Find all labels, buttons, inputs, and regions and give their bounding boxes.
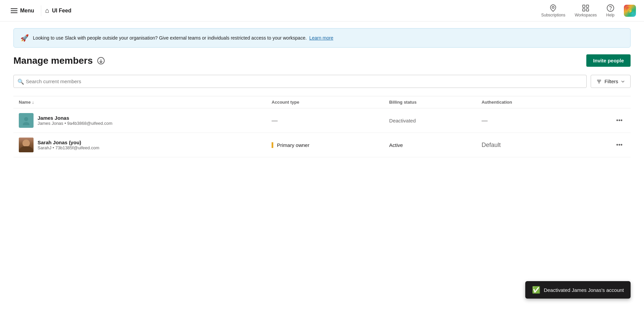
member-sub: James Jonas • 9a4b3868@uifeed.com bbox=[38, 121, 112, 126]
col-header-actions bbox=[576, 96, 631, 108]
authentication-value: Default bbox=[482, 142, 501, 148]
search-input[interactable] bbox=[13, 75, 587, 88]
member-info: James Jonas James Jonas • 9a4b3868@uifee… bbox=[38, 115, 112, 126]
authentication-value: — bbox=[482, 117, 488, 124]
avatar bbox=[19, 138, 34, 152]
page-title-area: Manage members bbox=[13, 55, 105, 66]
help-label: Help bbox=[606, 13, 614, 17]
search-wrap: 🔍 bbox=[13, 75, 587, 88]
authentication-cell: — bbox=[476, 108, 576, 133]
download-button[interactable] bbox=[97, 57, 105, 65]
topnav-left: Menu ⌂ UI Feed bbox=[8, 5, 536, 16]
table-row: Sarah Jonas (you) SarahJ • 73b1385f@uife… bbox=[13, 133, 631, 157]
search-row: 🔍 Filters bbox=[13, 75, 631, 88]
more-options-button[interactable]: ••• bbox=[613, 140, 625, 150]
svg-rect-0 bbox=[11, 8, 17, 9]
account-type-cell: — bbox=[266, 108, 384, 133]
table-header: Name ↓ Account type Billing status Authe… bbox=[13, 96, 631, 108]
billing-status-cell: Active bbox=[384, 133, 476, 157]
members-tbody: James Jonas James Jonas • 9a4b3868@uifee… bbox=[13, 108, 631, 157]
banner-message: Looking to use Slack with people outside… bbox=[33, 35, 307, 41]
svg-rect-2 bbox=[11, 12, 17, 13]
page-title: Manage members bbox=[13, 55, 93, 66]
chevron-down-icon bbox=[621, 80, 625, 84]
search-icon: 🔍 bbox=[17, 78, 24, 85]
member-name: James Jonas bbox=[38, 115, 112, 121]
menu-label: Menu bbox=[20, 8, 34, 14]
svg-rect-5 bbox=[586, 5, 589, 7]
col-header-name[interactable]: Name ↓ bbox=[13, 96, 266, 108]
filters-label: Filters bbox=[604, 79, 618, 84]
page-header: Manage members Invite people bbox=[13, 54, 631, 67]
svg-rect-4 bbox=[583, 5, 585, 7]
topnav: Menu ⌂ UI Feed Subscriptions Workspaces bbox=[0, 0, 644, 21]
svg-point-9 bbox=[610, 9, 610, 10]
help-nav[interactable]: Help bbox=[606, 4, 614, 17]
sort-arrow-icon: ↓ bbox=[32, 100, 34, 105]
svg-rect-1 bbox=[11, 10, 17, 11]
member-sub: SarahJ • 73b1385f@uifeed.com bbox=[38, 145, 99, 150]
home-icon: ⌂ bbox=[45, 7, 49, 14]
filters-button[interactable]: Filters bbox=[591, 75, 631, 88]
learn-more-link[interactable]: Learn more bbox=[309, 35, 333, 41]
download-icon bbox=[97, 57, 105, 65]
members-table: Name ↓ Account type Billing status Authe… bbox=[13, 96, 631, 157]
launch-icon[interactable]: ⚡ bbox=[624, 5, 636, 17]
svg-point-17 bbox=[23, 122, 30, 125]
launch-app-icon: ⚡ bbox=[626, 7, 634, 14]
rocket-icon: 🚀 bbox=[20, 34, 29, 42]
member-cell: Sarah Jonas (you) SarahJ • 73b1385f@uife… bbox=[19, 138, 261, 152]
svg-rect-7 bbox=[586, 9, 589, 11]
col-header-authentication: Authentication bbox=[476, 96, 576, 108]
svg-rect-6 bbox=[583, 9, 585, 11]
account-type-cell: ▌Primary owner bbox=[266, 133, 384, 157]
subscriptions-icon bbox=[549, 4, 557, 12]
billing-status-value: Active bbox=[389, 142, 403, 148]
banner-text: Looking to use Slack with people outside… bbox=[33, 35, 333, 41]
workspaces-nav[interactable]: Workspaces bbox=[575, 4, 597, 17]
authentication-cell: Default bbox=[476, 133, 576, 157]
external-teams-banner: 🚀 Looking to use Slack with people outsi… bbox=[13, 28, 631, 48]
brand-link[interactable]: ⌂ UI Feed bbox=[45, 7, 71, 14]
topnav-right: Subscriptions Workspaces Help bbox=[541, 4, 636, 17]
subscriptions-label: Subscriptions bbox=[541, 13, 565, 17]
brand-title: UI Feed bbox=[52, 8, 71, 14]
more-options-button[interactable]: ••• bbox=[613, 116, 625, 125]
nav-divider bbox=[41, 5, 41, 16]
hamburger-icon bbox=[11, 7, 17, 14]
primary-owner-badge: ▌Primary owner bbox=[272, 142, 379, 148]
crown-icon: ▌ bbox=[272, 142, 275, 148]
billing-status-cell: Deactivated bbox=[384, 108, 476, 133]
svg-point-3 bbox=[552, 6, 554, 8]
workspaces-label: Workspaces bbox=[575, 13, 597, 17]
actions-cell: ••• bbox=[576, 108, 631, 133]
account-type-value: — bbox=[272, 117, 278, 124]
svg-text:⚡: ⚡ bbox=[628, 8, 633, 13]
menu-button[interactable]: Menu bbox=[8, 6, 37, 15]
billing-status-value: Deactivated bbox=[389, 118, 416, 123]
avatar bbox=[19, 113, 34, 128]
help-icon bbox=[606, 4, 614, 12]
svg-point-16 bbox=[24, 117, 28, 121]
workspaces-icon bbox=[582, 4, 590, 12]
col-header-billing-status: Billing status bbox=[384, 96, 476, 108]
invite-people-button[interactable]: Invite people bbox=[586, 54, 631, 67]
subscriptions-nav[interactable]: Subscriptions bbox=[541, 4, 565, 17]
member-cell: James Jonas James Jonas • 9a4b3868@uifee… bbox=[19, 113, 261, 128]
member-name: Sarah Jonas (you) bbox=[38, 140, 99, 145]
actions-cell: ••• bbox=[576, 133, 631, 157]
main-content: Manage members Invite people 🔍 Filters bbox=[0, 54, 644, 157]
member-info: Sarah Jonas (you) SarahJ • 73b1385f@uife… bbox=[38, 140, 99, 150]
filter-icon bbox=[596, 79, 602, 84]
member-name-cell: James Jonas James Jonas • 9a4b3868@uifee… bbox=[13, 108, 266, 133]
member-name-cell: Sarah Jonas (you) SarahJ • 73b1385f@uife… bbox=[13, 133, 266, 157]
table-row: James Jonas James Jonas • 9a4b3868@uifee… bbox=[13, 108, 631, 133]
col-header-account-type: Account type bbox=[266, 96, 384, 108]
